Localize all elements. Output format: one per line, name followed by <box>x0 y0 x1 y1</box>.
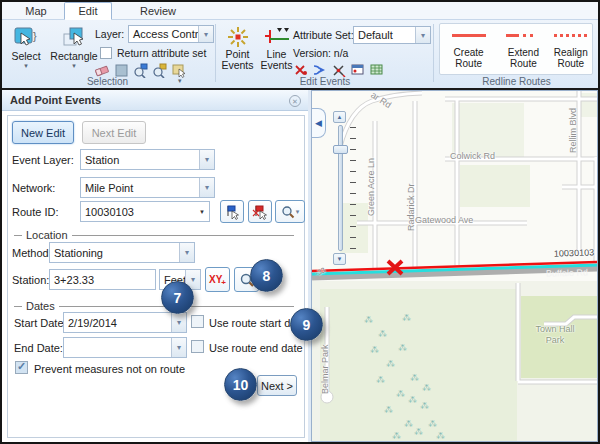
use-route-start-date-checkbox[interactable] <box>191 315 204 328</box>
chevron-down-icon[interactable]: ▾ <box>24 63 28 69</box>
end-date-picker[interactable]: ▾ <box>63 337 187 358</box>
callout-10: 10 <box>224 368 257 401</box>
select-route-on-map-button[interactable] <box>220 200 244 223</box>
svg-text:⁂: ⁂ <box>428 419 437 429</box>
svg-text:⁂: ⁂ <box>384 405 393 415</box>
panel-title: Add Point Events <box>10 94 101 106</box>
ribbon-divider <box>215 24 216 82</box>
chevron-down-icon[interactable]: ▾ <box>171 313 186 332</box>
chevron-down-icon[interactable]: ▾ <box>171 338 186 357</box>
chevron-down-icon: ▾ <box>296 208 300 216</box>
delete-event-icon[interactable] <box>293 62 308 77</box>
dotted-line-icon <box>554 34 588 37</box>
start-date-label: Start Date: <box>14 317 67 329</box>
return-attribute-set-label: Return attribute set <box>117 47 206 59</box>
merge-events-icon[interactable] <box>312 62 327 77</box>
svg-text:⁂: ⁂ <box>422 383 431 393</box>
ribbon-group-edit-events: Point Events Line Events Attribute Set: … <box>217 20 433 88</box>
callout-7: 7 <box>161 281 194 314</box>
close-icon[interactable]: ✕ <box>289 95 301 107</box>
solid-line-icon <box>452 34 486 37</box>
chevron-down-icon[interactable]: ▾ <box>199 178 214 197</box>
callout-8: 8 <box>250 259 283 292</box>
method-label: Method: <box>12 247 52 259</box>
version-label: Version: n/a <box>293 47 348 59</box>
down-arrow-icon: ▼ <box>337 256 343 262</box>
svg-text:⁂: ⁂ <box>398 343 407 353</box>
zoom-slider-track[interactable] <box>338 125 343 251</box>
method-select[interactable]: Stationing ▾ <box>49 242 195 263</box>
route-flag-red-icon <box>252 204 268 220</box>
panel-header: Add Point Events <box>2 90 308 111</box>
point-events-button[interactable]: Point Events <box>219 25 256 71</box>
realign-route-button[interactable]: Realign Route <box>550 24 592 74</box>
rectangle-tool-button[interactable]: Rectangle ▾ <box>50 25 98 69</box>
svg-text:⁂: ⁂ <box>392 431 401 441</box>
ribbon-divider <box>433 24 434 82</box>
network-select[interactable]: Mile Point ▾ <box>80 177 215 198</box>
chevron-down-icon[interactable]: ▼ <box>195 202 209 221</box>
town-hall-park-label: Town Hall Park <box>534 324 576 346</box>
zoom-in-button[interactable]: ▲ <box>333 111 346 123</box>
select-tool-button[interactable]: } Select ▾ <box>6 25 46 69</box>
zoom-slider-handle[interactable] <box>333 145 348 154</box>
next-edit-button[interactable]: Next Edit <box>82 121 146 144</box>
extend-route-button[interactable]: Extend Route <box>497 24 549 74</box>
create-route-button[interactable]: Create Route <box>440 24 497 74</box>
prevent-measures-checkbox[interactable] <box>15 361 28 374</box>
svg-text:⁂: ⁂ <box>386 359 395 369</box>
tab-map[interactable]: Map <box>12 2 60 20</box>
svg-text:⁂: ⁂ <box>404 419 413 429</box>
street-label-colwick: Colwick Rd <box>450 151 495 161</box>
ribbon-tabbar: Map Edit Review <box>0 0 600 20</box>
map-viewport[interactable]: ⁂⁂⁂ ⁂⁂⁂ ⁂⁂⁂ ⁂⁂⁂ ⁂⁂⁂ ⁂⁂⁂ <box>311 90 598 442</box>
event-attributes-window-icon[interactable] <box>350 62 365 77</box>
map-zoom-slider: ▲ ▼ <box>329 111 359 279</box>
tab-review[interactable]: Review <box>132 2 184 20</box>
layer-select[interactable]: Access Control ▾ <box>128 25 214 43</box>
svg-text:⁂: ⁂ <box>378 329 387 339</box>
start-date-picker[interactable]: 2/19/2014 ▾ <box>63 312 187 333</box>
zoom-out-button[interactable]: ▼ <box>333 253 346 265</box>
route-id-combobox[interactable]: 10030103 ▼ <box>80 201 210 222</box>
chevron-down-icon[interactable]: ▾ <box>198 26 213 42</box>
collapse-panel-button[interactable]: ◀ <box>312 108 326 138</box>
return-attribute-set-checkbox[interactable] <box>100 47 112 59</box>
content-area: Add Point Events ✕ New Edit Next Edit Ev… <box>0 88 600 444</box>
route-id-map-label: 10030103 <box>554 247 594 258</box>
up-arrow-icon: ▲ <box>337 114 343 120</box>
use-route-end-date-checkbox[interactable] <box>191 340 204 353</box>
station-input[interactable] <box>49 269 156 290</box>
svg-text:⁂: ⁂ <box>436 431 445 441</box>
route-search-menu-button[interactable]: ▾ <box>275 200 305 223</box>
layer-label: Layer: <box>95 28 124 40</box>
edit-events-toolbar <box>293 62 384 77</box>
chevron-down-icon[interactable]: ▾ <box>199 150 214 169</box>
zoom-slider-ticks <box>350 127 356 251</box>
chevron-down-icon[interactable]: ▾ <box>72 63 76 69</box>
chevron-down-icon[interactable]: ▾ <box>179 243 194 262</box>
point-events-icon <box>226 25 250 49</box>
street-label-buffalo: Buffalo Rd <box>546 267 588 278</box>
location-section-separator: Location <box>14 229 294 241</box>
event-layer-select[interactable]: Station ▾ <box>80 149 215 170</box>
svg-text:⁂: ⁂ <box>376 375 385 385</box>
line-events-button[interactable]: Line Events <box>258 25 295 71</box>
svg-text:⁂: ⁂ <box>414 427 423 437</box>
xy-coordinates-button[interactable]: XY + <box>205 267 230 292</box>
station-label: Station: <box>12 274 49 286</box>
plus-icon: + <box>221 278 226 287</box>
clear-route-selection-button[interactable] <box>248 200 272 223</box>
route-flag-blue-icon <box>224 204 240 220</box>
svg-text:⁂: ⁂ <box>402 313 411 323</box>
line-events-icon <box>264 25 290 49</box>
tab-edit[interactable]: Edit <box>64 2 112 20</box>
svg-text:⁂: ⁂ <box>410 373 419 383</box>
split-event-icon[interactable] <box>331 62 346 77</box>
next-button[interactable]: Next > <box>257 375 297 396</box>
magnifier-icon <box>281 205 295 219</box>
chevron-down-icon[interactable]: ▾ <box>415 27 430 43</box>
event-table-icon[interactable] <box>369 62 384 77</box>
attribute-set-select[interactable]: Default ▾ <box>353 26 431 44</box>
new-edit-button[interactable]: New Edit <box>12 121 74 144</box>
